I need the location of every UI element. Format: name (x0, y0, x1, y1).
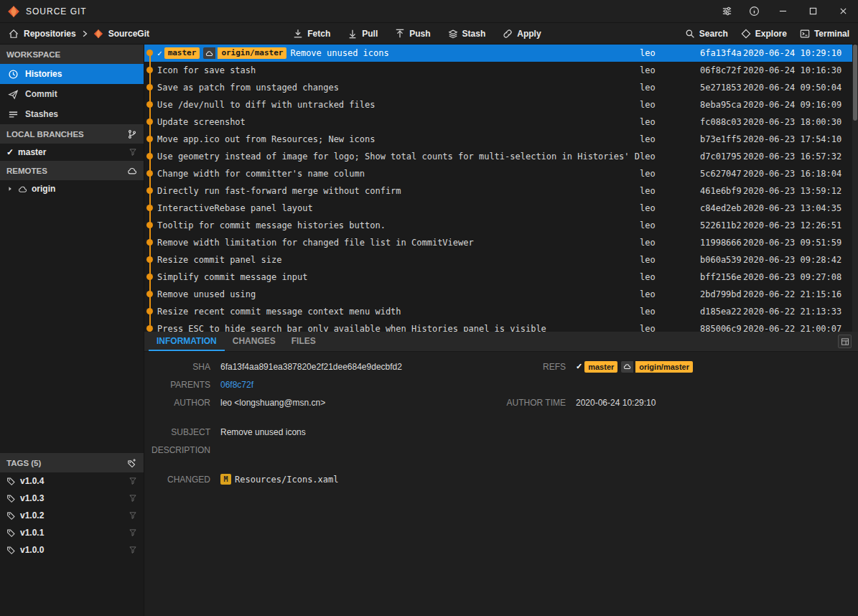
search-button[interactable]: Search (685, 29, 728, 39)
layout-toggle-icon[interactable] (838, 335, 852, 348)
local-branches-header[interactable]: LOCAL BRANCHES (0, 124, 144, 144)
breadcrumb-repo[interactable]: SourceGit (108, 29, 149, 39)
tab-changes[interactable]: CHANGES (225, 332, 284, 351)
pull-button[interactable]: Pull (348, 29, 378, 39)
commit-row[interactable]: Resize commit panel sizeleob060a5392020-… (144, 251, 858, 269)
apply-button[interactable]: Apply (503, 29, 541, 39)
remotes-header[interactable]: REMOTES (0, 161, 144, 180)
sidebar-item-histories[interactable]: Histories (0, 64, 144, 84)
close-button[interactable] (828, 0, 858, 22)
explore-button[interactable]: Explore (741, 29, 787, 39)
sidebar-item-tag[interactable]: v1.0.1 (0, 524, 144, 541)
commit-row[interactable]: ✓masterorigin/masterRemove unused iconsl… (144, 45, 858, 62)
stash-button[interactable]: Stash (448, 29, 486, 39)
parent-sha-link[interactable]: 06f8c72f (220, 380, 253, 390)
commit-subject: Resize recent commit message context men… (156, 307, 640, 317)
commit-subject: Use geometry instead of image for logo; … (156, 151, 640, 162)
sidebar-item-commit[interactable]: Commit (0, 84, 144, 104)
workspace-header[interactable]: WORKSPACE (0, 45, 144, 64)
sidebar-item-branch-master[interactable]: ✓ master (0, 144, 144, 161)
terminal-icon (800, 29, 810, 39)
filter-icon[interactable] (129, 546, 137, 554)
commit-row[interactable]: Simplify commit message inputleobff2156e… (144, 269, 858, 286)
sidebar-item-stashes[interactable]: Stashes (0, 104, 144, 124)
commit-author: leo (640, 238, 700, 248)
commit-graph (144, 113, 156, 131)
commit-author: leo (640, 203, 700, 213)
scrollbar[interactable] (852, 45, 858, 332)
expander-icon[interactable] (6, 185, 14, 192)
sidebar-item-remote-origin[interactable]: origin (0, 180, 144, 197)
about-button[interactable] (740, 0, 768, 22)
commit-row[interactable]: Icon for save stashleo06f8c72f2020-06-24… (144, 62, 858, 79)
pull-label: Pull (362, 29, 378, 39)
commit-node-icon (146, 256, 153, 263)
commit-row[interactable]: Press ESC to hide search bar only availa… (144, 320, 858, 332)
fetch-button[interactable]: Fetch (293, 29, 330, 39)
commit-row[interactable]: Use /dev/null to diff with untracked fil… (144, 96, 858, 113)
commit-row[interactable]: Move app.ico out from Resources; New ico… (144, 131, 858, 148)
commit-author: leo (640, 307, 700, 317)
commit-node-icon (146, 136, 153, 142)
remotes-header-label: REMOTES (6, 167, 123, 175)
titlebar: SOURCE GIT (0, 0, 858, 23)
commit-row[interactable]: Resize recent commit message context men… (144, 303, 858, 320)
filter-icon[interactable] (129, 511, 137, 520)
tag-label: v1.0.1 (20, 528, 124, 538)
branch-icon (127, 129, 137, 139)
apply-icon (503, 29, 513, 39)
changed-file-path[interactable]: Resources/Icons.xaml (235, 475, 339, 485)
push-label: Push (409, 29, 430, 39)
sidebar-item-tag[interactable]: v1.0.0 (0, 541, 144, 559)
sidebar-empty-space (0, 197, 144, 453)
maximize-button[interactable] (798, 0, 828, 22)
preferences-button[interactable] (713, 0, 740, 22)
filter-icon[interactable] (129, 494, 137, 503)
home-icon[interactable] (9, 29, 19, 39)
scrollbar-thumb[interactable] (853, 45, 857, 121)
commit-author: leo (640, 117, 700, 127)
filter-icon[interactable] (129, 477, 137, 485)
commit-graph (144, 79, 156, 96)
repo-logo-icon (93, 29, 103, 39)
commit-subject: Icon for save stash (156, 65, 640, 75)
filter-icon[interactable] (129, 148, 137, 157)
commit-subject: InteractiveRebase panel layout (156, 203, 640, 213)
commit-row[interactable]: InteractiveRebase panel layoutleoc84ed2e… (144, 200, 858, 217)
commit-sha: bff2156e (700, 272, 743, 282)
sidebar-item-tag[interactable]: v1.0.4 (0, 472, 144, 490)
tags-header[interactable]: TAGS (5) (0, 453, 144, 472)
commit-graph (144, 269, 156, 286)
commit-row[interactable]: Save as patch from unstaged changesleo5e… (144, 79, 858, 96)
stashes-icon (8, 109, 19, 120)
commit-row[interactable]: Use geometry instead of image for logo; … (144, 148, 858, 165)
filter-icon[interactable] (129, 528, 137, 537)
commit-row[interactable]: Directly run fast-forward merge without … (144, 182, 858, 200)
commit-graph (144, 217, 156, 234)
explore-label: Explore (755, 29, 787, 39)
commit-row[interactable]: Remove width limitation for changed file… (144, 234, 858, 251)
commit-row[interactable]: Update screenshotleofc088c032020-06-23 1… (144, 113, 858, 131)
tab-files[interactable]: FILES (284, 332, 324, 351)
ref-name: master (164, 47, 200, 59)
breadcrumb-repositories[interactable]: Repositories (24, 29, 76, 39)
commit-node-icon (146, 67, 153, 73)
commit-graph (144, 200, 156, 217)
commit-row[interactable]: Tooltip for commit message histories but… (144, 217, 858, 234)
commit-graph (144, 96, 156, 113)
commit-row[interactable]: Remove unused usingleo2bd799bd2020-06-22… (144, 286, 858, 303)
minimize-button[interactable] (768, 0, 798, 22)
local-branches-header-label: LOCAL BRANCHES (6, 130, 123, 139)
sidebar-item-tag[interactable]: v1.0.3 (0, 490, 144, 507)
tab-information[interactable]: INFORMATION (149, 332, 225, 351)
add-tag-icon[interactable] (127, 458, 137, 468)
commit-row[interactable]: Change width for committer's name column… (144, 165, 858, 182)
commit-subject-text: Update screenshot (157, 117, 246, 127)
push-button[interactable]: Push (395, 29, 430, 39)
commit-time: 2020-06-23 09:28:42 (743, 255, 849, 265)
commit-sha: fc088c03 (700, 117, 743, 127)
fetch-icon (293, 29, 303, 39)
terminal-button[interactable]: Terminal (800, 29, 849, 39)
sidebar-item-tag[interactable]: v1.0.2 (0, 507, 144, 524)
commit-sha: b73e1ff5 (700, 134, 743, 144)
